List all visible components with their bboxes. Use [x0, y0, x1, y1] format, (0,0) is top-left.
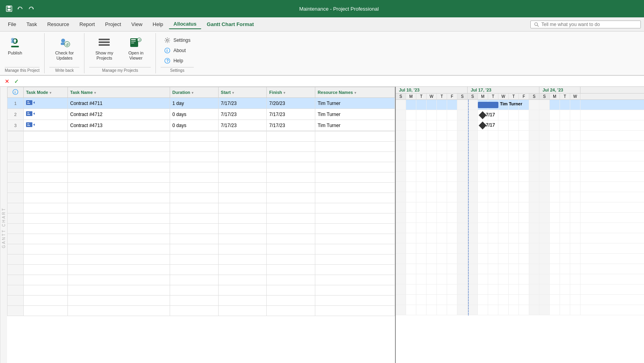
gantt-grid-cell — [437, 110, 447, 120]
gantt-grid-cell — [519, 305, 529, 315]
publish-button[interactable]: Publish — [5, 34, 25, 57]
undo-button[interactable] — [16, 4, 24, 13]
gantt-diamond-label-row2: 7/17 — [486, 122, 495, 128]
redo-button[interactable] — [27, 4, 36, 13]
svg-text:?: ? — [167, 59, 169, 63]
start-cell-2: 7/17/23 — [218, 109, 267, 120]
gantt-grid-cell — [560, 243, 570, 253]
menu-report[interactable]: Report — [75, 20, 99, 29]
gantt-grid-cell — [406, 243, 416, 253]
gantt-grid-cell — [457, 151, 468, 161]
table-row[interactable]: 3 Contract #4713 0 days 7/17/23 7/17/23 … — [7, 120, 395, 131]
resource-dropdown-arrow[interactable]: ▼ — [354, 91, 357, 95]
about-label: About — [173, 48, 185, 53]
about-button[interactable]: i About — [161, 46, 193, 55]
gantt-grid-cell — [427, 295, 437, 305]
gantt-grid-cell — [529, 223, 539, 233]
menu-gantt-format[interactable]: Gantt Chart Format — [202, 20, 258, 29]
save-button[interactable] — [5, 4, 13, 13]
table-row[interactable]: 1 Contract #4711 1 day 7/17/23 7/20/23 T… — [7, 98, 395, 109]
info-icon: i — [12, 89, 19, 95]
gantt-day-cell: T — [509, 94, 519, 99]
gantt-grid-cell — [447, 233, 457, 243]
ribbon-group-manage-my-projects: Show my Projects ↗ Open in Viewer Manage… — [84, 33, 156, 73]
svg-marker-42 — [33, 123, 35, 126]
check-updates-button[interactable]: ↺ Check for Updates — [49, 34, 79, 62]
gantt-grid-cell — [498, 192, 509, 202]
gantt-grid-cell — [560, 274, 570, 284]
task-name-dropdown-arrow[interactable]: ▼ — [94, 91, 97, 95]
task-mode-icon — [26, 110, 35, 117]
gantt-grid-cell — [468, 274, 478, 284]
gantt-grid-cell — [478, 213, 488, 223]
gantt-grid-cell — [560, 192, 570, 202]
gantt-day-cell: S — [529, 94, 539, 99]
formula-input[interactable] — [24, 79, 641, 84]
finish-dropdown-arrow[interactable]: ▼ — [283, 91, 286, 95]
gantt-grid-cell — [509, 284, 519, 294]
gantt-grid-cell — [447, 131, 457, 140]
confirm-button[interactable]: ✓ — [13, 78, 21, 84]
gantt-grid-cell — [529, 141, 539, 151]
duration-cell-3: 0 days — [170, 120, 218, 131]
gantt-body-row — [396, 295, 644, 305]
open-viewer-button[interactable]: ↗ Open in Viewer — [121, 34, 151, 62]
gantt-grid-cell — [550, 295, 560, 305]
help-button[interactable]: ? Help — [161, 56, 193, 65]
gantt-grid-cell — [468, 110, 478, 120]
table-row[interactable]: 2 Contract #4712 0 days 7/17/23 7/17/23 … — [7, 109, 395, 120]
gantt-grid-cell — [570, 264, 580, 274]
gantt-grid-cell — [406, 131, 416, 140]
task-mode-dropdown-arrow[interactable]: ▼ — [49, 91, 52, 95]
gantt-grid-cell — [550, 120, 560, 130]
menu-allocatus[interactable]: Allocatus — [169, 19, 202, 29]
gantt-grid-cell — [509, 254, 519, 264]
gantt-grid-cell — [519, 284, 529, 294]
settings-button[interactable]: Settings — [161, 36, 193, 45]
task-name-cell-1[interactable]: Contract #4711 — [67, 98, 170, 109]
gantt-grid-cell — [416, 233, 427, 243]
gantt-grid-cell — [406, 274, 416, 284]
gantt-body-row — [396, 233, 644, 243]
gantt-grid-cell — [406, 141, 416, 151]
gantt-grid-cell — [396, 233, 406, 243]
empty-table-row — [7, 162, 395, 172]
gantt-grid-cell — [427, 274, 437, 284]
gantt-grid-cell — [509, 274, 519, 284]
gantt-grid-cell — [447, 120, 457, 130]
menu-resource[interactable]: Resource — [43, 20, 74, 29]
gantt-grid-cell — [416, 264, 427, 274]
gantt-grid-cell — [457, 202, 468, 212]
gantt-grid-cell — [437, 202, 447, 212]
gantt-grid-cell — [437, 274, 447, 284]
gantt-body-row — [396, 243, 644, 254]
search-bar[interactable] — [530, 21, 641, 28]
task-name-cell-2[interactable]: Contract #4712 — [67, 109, 170, 120]
search-input[interactable] — [541, 22, 637, 27]
start-dropdown-arrow[interactable]: ▼ — [232, 91, 235, 95]
gantt-grid-cell — [396, 172, 406, 182]
gantt-grid-cell — [468, 243, 478, 253]
menu-view[interactable]: View — [127, 20, 147, 29]
gantt-grid-cell — [437, 223, 447, 233]
gantt-grid-cell — [416, 120, 427, 130]
menu-help[interactable]: Help — [148, 20, 168, 29]
gantt-grid-cell — [406, 305, 416, 315]
duration-dropdown-arrow[interactable]: ▼ — [191, 91, 194, 95]
gantt-grid-cell — [396, 223, 406, 233]
task-mode-cell-2 — [23, 109, 67, 120]
menu-task[interactable]: Task — [22, 20, 42, 29]
task-name-cell-3[interactable]: Contract #4713 — [67, 120, 170, 131]
menu-project[interactable]: Project — [100, 20, 125, 29]
gantt-grid-cell — [488, 151, 498, 161]
gantt-body-row — [396, 213, 644, 223]
col-header-duration: Duration▼ — [170, 87, 218, 98]
show-projects-button[interactable]: Show my Projects — [89, 34, 119, 62]
gantt-grid-cell — [427, 151, 437, 161]
gantt-grid-cell — [570, 131, 580, 140]
gantt-grid-cell — [416, 274, 427, 284]
settings-label: Settings — [173, 37, 190, 43]
cancel-button[interactable]: ✕ — [3, 78, 11, 84]
menu-file[interactable]: File — [3, 20, 21, 29]
gantt-grid-cell — [498, 120, 509, 130]
